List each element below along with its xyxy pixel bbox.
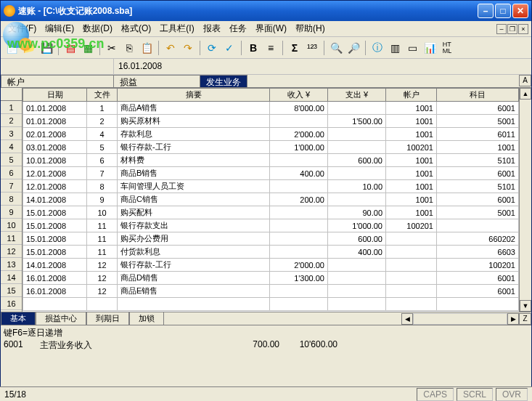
table-row[interactable]: 15.01.200811付货款利息400.006603	[23, 246, 519, 259]
table-row[interactable]	[23, 298, 519, 311]
table-row[interactable]: 14.01.200812银行存款-工行2'000.00100201	[23, 259, 519, 272]
tab-accounts[interactable]: 帐户	[1, 75, 114, 87]
app-icon	[4, 5, 15, 17]
row-number[interactable]: 13	[1, 258, 22, 271]
row-number[interactable]: 14	[1, 271, 22, 284]
grid-container: 12345678910111213141516 日期 文件 摘要 收入 ¥ 支出…	[1, 88, 531, 312]
horizontal-scrollbar[interactable]: ◀ ▶	[401, 313, 519, 325]
scroll-left-button[interactable]: ◀	[401, 313, 413, 325]
row-number[interactable]: 11	[1, 232, 22, 245]
bold-icon[interactable]: B	[245, 40, 261, 56]
btab-lock[interactable]: 加锁	[129, 312, 164, 325]
btab-profit-center[interactable]: 损益中心	[36, 312, 86, 325]
menu-edit[interactable]: 编辑(E)	[41, 21, 78, 36]
menu-report[interactable]: 报表	[199, 21, 225, 36]
data-grid[interactable]: 日期 文件 摘要 收入 ¥ 支出 ¥ 帐户 科目 01.01.20081商品A销…	[22, 88, 519, 312]
check-icon[interactable]: ✓	[221, 40, 237, 56]
table-row[interactable]: 12.01.20088车间管理人员工资10.0010015101	[23, 180, 519, 193]
find-next-icon[interactable]: 🔎	[345, 40, 361, 56]
undo-icon[interactable]: ↶	[163, 40, 179, 56]
menu-task[interactable]: 任务	[225, 21, 251, 36]
row-number[interactable]: 12	[1, 245, 22, 258]
col-desc[interactable]: 摘要	[118, 89, 270, 102]
menu-data[interactable]: 数据(D)	[78, 21, 117, 36]
menu-toolbar[interactable]: 工具栏(I)	[155, 21, 198, 36]
row-number[interactable]: 10	[1, 219, 22, 232]
tab-profit[interactable]: 损益	[113, 75, 200, 87]
table-row[interactable]: 10.01.20086材料费600.0010015101	[23, 154, 519, 167]
scroll-down-button[interactable]: ▼	[520, 300, 531, 312]
name-box[interactable]	[1, 59, 114, 74]
mdi-close-button[interactable]: ×	[518, 24, 528, 34]
table-row[interactable]: 01.01.20082购买原材料1'500.0010015001	[23, 115, 519, 128]
watermark-text: www.pc0359.cn	[7, 36, 104, 52]
formula-row: 16.01.2008	[1, 59, 531, 75]
menu-format[interactable]: 格式(O)	[117, 21, 155, 36]
table-row[interactable]: 15.01.200811银行存款支出1'000.00100201	[23, 219, 519, 232]
sheet-header-tabs: 帐户 损益 发生业务 A	[1, 75, 531, 88]
table-row[interactable]: 14.01.20089商品C销售200.0010016001	[23, 193, 519, 206]
menu-help[interactable]: 帮助(H)	[291, 21, 330, 36]
table-row[interactable]: 12.01.20087商品B销售400.0010016001	[23, 167, 519, 180]
corner-cell[interactable]	[1, 88, 22, 101]
row-number[interactable]: 1	[1, 101, 22, 114]
report-icon[interactable]: 📊	[422, 40, 438, 56]
scroll-up-button[interactable]: ▲	[520, 88, 531, 100]
row-number[interactable]: 4	[1, 140, 22, 153]
col-income[interactable]: 收入 ¥	[270, 89, 328, 102]
table-row[interactable]: 03.01.20085银行存款-工行1'000.001002011001	[23, 141, 519, 154]
sum-icon[interactable]: Σ	[287, 40, 303, 56]
redo-icon[interactable]: ↷	[180, 40, 196, 56]
table-row[interactable]: 16.01.200812商品E销售6001	[23, 285, 519, 298]
formula-input[interactable]: 16.01.2008	[114, 59, 166, 74]
col-doc[interactable]: 文件	[87, 89, 118, 102]
minimize-button[interactable]: –	[478, 4, 494, 18]
status-caps: CAPS	[417, 388, 454, 401]
hscroll-track[interactable]	[413, 313, 507, 325]
btab-basic[interactable]: 基本	[1, 312, 36, 325]
paste-icon[interactable]: 📋	[139, 40, 155, 56]
html-icon[interactable]: HT ML	[439, 40, 455, 56]
summary-val2: 10'600.00	[279, 339, 337, 352]
find-icon[interactable]: 🔍	[328, 40, 344, 56]
table-row[interactable]: 16.01.200812商品D销售1'300.006001	[23, 272, 519, 285]
row-number[interactable]: 9	[1, 206, 22, 219]
btab-due-date[interactable]: 到期日	[86, 312, 129, 325]
col-expense[interactable]: 支出 ¥	[328, 89, 386, 102]
row-number[interactable]: 6	[1, 166, 22, 179]
tab-transactions[interactable]: 发生业务	[200, 75, 247, 87]
table-icon[interactable]: ▥	[387, 40, 403, 56]
row-number[interactable]: 7	[1, 179, 22, 193]
col-date[interactable]: 日期	[23, 89, 87, 102]
scroll-right-button[interactable]: ▶	[507, 313, 519, 325]
superscript-icon[interactable]: ¹²³	[304, 40, 320, 56]
col-subject[interactable]: 科目	[437, 89, 519, 102]
row-number[interactable]: 5	[1, 153, 22, 166]
table-row[interactable]: 02.01.20084存款利息2'000.0010016011	[23, 128, 519, 141]
row-number[interactable]: 15	[1, 284, 22, 297]
row-number[interactable]: 8	[1, 193, 22, 206]
table-row[interactable]: 15.01.200810购买配料90.0010015001	[23, 206, 519, 219]
mdi-minimize-button[interactable]: –	[496, 24, 507, 34]
close-button[interactable]: ✕	[512, 4, 528, 18]
table-row[interactable]: 15.01.200811购买办公费用600.00660202	[23, 232, 519, 246]
list-icon[interactable]: ≡	[263, 40, 279, 56]
window-icon[interactable]: ▭	[404, 40, 420, 56]
vertical-scrollbar[interactable]: ▲ ▼	[519, 88, 531, 312]
cut-icon[interactable]: ✂	[104, 40, 120, 56]
hint-text: 键F6=逐日递增	[4, 327, 62, 339]
side-tab-a[interactable]: A	[519, 75, 531, 86]
maximize-button[interactable]: □	[495, 4, 511, 18]
refresh-icon[interactable]: ⟳	[204, 40, 220, 56]
mdi-restore-button[interactable]: ❐	[507, 24, 517, 34]
row-number[interactable]: 2	[1, 114, 22, 127]
row-number[interactable]: 3	[1, 127, 22, 140]
col-account[interactable]: 帐户	[386, 89, 437, 102]
status-scrl: SCRL	[457, 388, 493, 401]
copy-icon[interactable]: ⎘	[121, 40, 137, 56]
info-icon[interactable]: ⓘ	[369, 40, 385, 56]
table-row[interactable]: 01.01.20081商品A销售8'000.0010016001	[23, 102, 519, 115]
row-number[interactable]: 16	[1, 297, 22, 310]
side-tab-z[interactable]: Z	[519, 313, 531, 325]
menu-interface[interactable]: 界面(W)	[251, 21, 291, 36]
